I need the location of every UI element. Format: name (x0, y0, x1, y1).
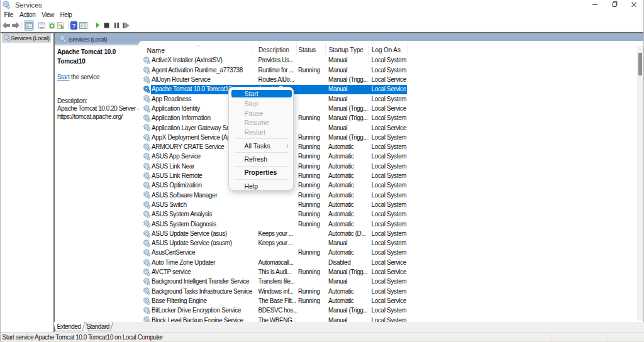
svg-text:?: ? (72, 22, 75, 29)
